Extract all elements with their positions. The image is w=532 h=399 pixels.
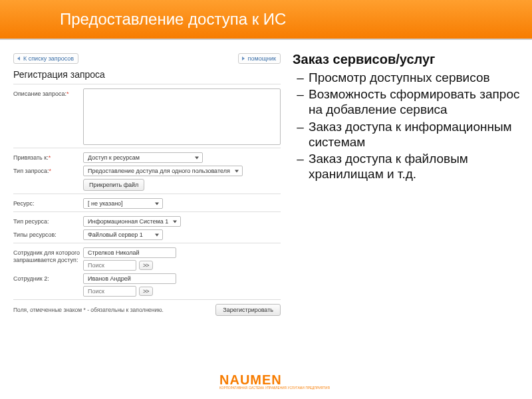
emp1-search-input[interactable] <box>83 260 136 271</box>
row-type: Тип запроса:* Предоставление доступа для… <box>13 166 281 176</box>
divider <box>13 148 281 148</box>
bind-select[interactable]: Доступ к ресурсам <box>83 152 203 163</box>
description-textarea[interactable] <box>83 88 281 145</box>
back-link[interactable]: К списку запросов <box>13 53 78 64</box>
logo-word: NAUMEN <box>219 372 330 388</box>
type-label-text: Тип запроса: <box>13 168 49 174</box>
description-label-text: Описание запроса: <box>13 90 66 97</box>
row-emp1: Сотрудник для которого запрашивается дос… <box>13 247 281 271</box>
divider <box>13 211 281 212</box>
description-label: Описание запроса:* <box>13 88 83 98</box>
required-mark: * <box>49 168 52 174</box>
row-resource: Ресурс: [ не указано] <box>13 198 281 209</box>
spacer <box>13 179 83 181</box>
row-emp2: Сотрудник 2: >> <box>13 273 281 297</box>
res-type-label: Тип ресурса: <box>13 216 83 225</box>
text-panel: Заказ сервисов/услуг Просмотр доступных … <box>286 40 532 316</box>
row-bind: Привязать к:* Доступ к ресурсам <box>13 152 281 163</box>
type-label: Тип запроса:* <box>13 166 83 175</box>
row-res-types: Типы ресурсов: Файловый сервер 1 <box>13 229 281 240</box>
divider <box>13 243 281 243</box>
content-area: К списку запросов помощник Регистрация з… <box>0 40 532 316</box>
required-note: Поля, отмеченные знаком * - обязательны … <box>13 307 164 313</box>
bullet-list: Просмотр доступных сервисов Возможность … <box>293 70 520 182</box>
resource-label: Ресурс: <box>13 198 83 207</box>
type-select[interactable]: Предоставление доступа для одного пользо… <box>83 166 243 176</box>
required-mark: * <box>49 154 51 161</box>
bullet-item: Возможность сформировать запрос на добав… <box>307 86 520 117</box>
emp1-block: >> <box>83 247 176 271</box>
bullet-item: Заказ доступа к информационным системам <box>307 119 520 150</box>
required-mark: * <box>66 90 69 97</box>
form-title: Регистрация запроса <box>13 69 281 80</box>
row-attach: Прикрепить файл <box>13 179 281 191</box>
slide-header: Предоставление доступа к ИС <box>0 0 532 40</box>
bullet-item: Просмотр доступных сервисов <box>307 70 520 85</box>
submit-button[interactable]: Зарегистрировать <box>215 304 281 316</box>
top-links: К списку запросов помощник <box>13 53 281 64</box>
help-link[interactable]: помощник <box>238 53 281 64</box>
bind-label: Привязать к:* <box>13 152 83 162</box>
divider <box>13 299 281 300</box>
emp2-label: Сотрудник 2: <box>13 273 83 283</box>
bind-label-text: Привязать к: <box>13 154 49 161</box>
slide-title: Предоставление доступа к ИС <box>60 10 286 29</box>
row-res-type: Тип ресурса: Информационная Система 1 <box>13 216 281 227</box>
emp1-input[interactable] <box>83 247 176 258</box>
text-heading: Заказ сервисов/услуг <box>293 52 520 67</box>
emp2-browse-button[interactable]: >> <box>139 287 153 296</box>
row-description: Описание запроса:* <box>13 88 281 145</box>
res-types-select[interactable]: Файловый сервер 1 <box>83 229 163 240</box>
naumen-logo: NAUMEN КОРПОРАТИВНАЯ СИСТЕМА УПРАВЛЕНИЯ … <box>219 372 330 390</box>
emp1-browse-button[interactable]: >> <box>139 261 153 270</box>
bullet-item: Заказ доступа к файловым хранилищам и т.… <box>307 151 520 182</box>
emp1-label: Сотрудник для которого запрашивается дос… <box>13 247 83 264</box>
resource-select[interactable]: [ не указано] <box>83 198 163 209</box>
divider <box>13 84 281 84</box>
form-footer: Поля, отмеченные знаком * - обязательны … <box>13 304 281 316</box>
emp2-search-input[interactable] <box>83 286 136 297</box>
emp2-block: >> <box>83 273 176 297</box>
divider <box>13 194 281 194</box>
res-type-select[interactable]: Информационная Система 1 <box>83 216 181 227</box>
logo-subtitle: КОРПОРАТИВНАЯ СИСТЕМА УПРАВЛЕНИЯ УСЛУГАМ… <box>219 386 330 390</box>
form-screenshot: К списку запросов помощник Регистрация з… <box>0 40 286 316</box>
emp2-input[interactable] <box>83 273 176 284</box>
res-types-label: Типы ресурсов: <box>13 229 83 239</box>
attach-button[interactable]: Прикрепить файл <box>83 179 144 191</box>
